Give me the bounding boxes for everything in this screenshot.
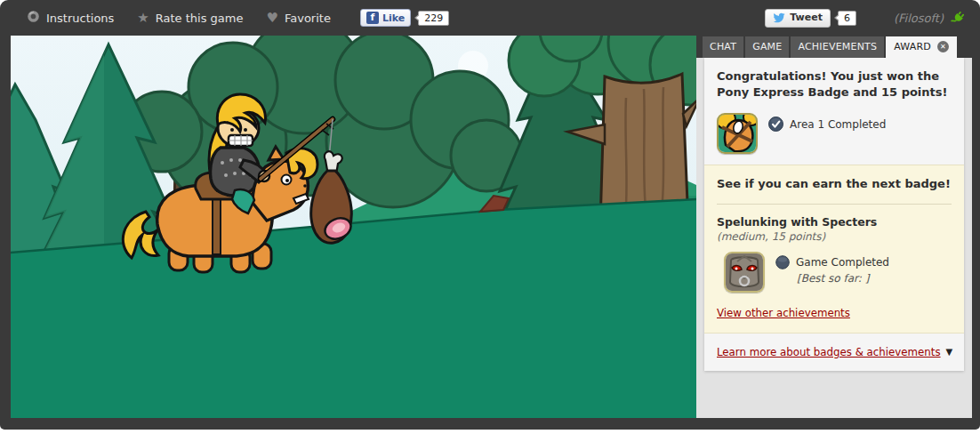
- close-icon[interactable]: ✕: [937, 41, 949, 52]
- star-icon: ★: [137, 12, 149, 25]
- instructions-button[interactable]: Instructions: [27, 10, 114, 26]
- next-badge-title: Spelunking with Specters: [717, 215, 952, 229]
- check-icon: [768, 117, 783, 132]
- next-badge-section: See if you can earn the next badge! Spel…: [704, 165, 964, 333]
- tweet-label: Tweet: [790, 12, 823, 23]
- topbar: Instructions ★ Rate this game ♥ Favorite…: [0, 0, 980, 36]
- specter-badge-icon: [724, 252, 765, 293]
- tab-achievements[interactable]: ACHIEVEMENTS: [791, 36, 884, 58]
- tweet-count: 6: [838, 11, 856, 26]
- rider-eye: [230, 128, 234, 132]
- learn-more-link[interactable]: Learn more about badges & achievements: [717, 346, 941, 358]
- tweet-group: Tweet 6: [765, 9, 856, 28]
- award-panel: Congratulations! You just won the Pony E…: [704, 58, 964, 371]
- tab-chat[interactable]: CHAT: [703, 36, 743, 58]
- next-badge-heading: See if you can earn the next badge!: [717, 176, 952, 192]
- game-page: Instructions ★ Rate this game ♥ Favorite…: [0, 0, 980, 434]
- learn-more-row: Learn more about badges & achievements ▼: [704, 334, 964, 371]
- earned-task-label: Area 1 Completed: [790, 118, 886, 131]
- next-badge-row: Game Completed [Best so far: ]: [717, 252, 952, 294]
- next-badge-meta: (medium, 15 points): [717, 230, 952, 243]
- game-scene: [11, 36, 696, 418]
- sidebar-tabs: CHAT GAME ACHIEVEMENTS AWARD ✕: [696, 36, 972, 58]
- favorite-label: Favorite: [285, 12, 331, 25]
- twitter-bird-icon: [773, 12, 785, 24]
- earned-badge-row: Area 1 Completed: [704, 106, 964, 165]
- pony-express-badge-icon: [717, 113, 758, 154]
- developer-name: (Filosoft): [894, 12, 944, 25]
- facebook-like-count: 229: [418, 11, 449, 26]
- tab-game[interactable]: GAME: [745, 36, 789, 58]
- facebook-like-label: Like: [382, 12, 405, 24]
- dropdown-arrow-icon[interactable]: ▼: [946, 347, 953, 357]
- api-plug-icon: [951, 11, 966, 26]
- tweet-button[interactable]: Tweet: [765, 9, 831, 28]
- rate-label: Rate this game: [156, 12, 244, 25]
- game-canvas[interactable]: [11, 36, 696, 418]
- view-other-achievements-link[interactable]: View other achievements: [717, 307, 850, 319]
- best-so-far: [Best so far: ]: [797, 272, 889, 285]
- tab-award-label: AWARD: [894, 41, 931, 52]
- congrats-heading: Congratulations! You just won the Pony E…: [704, 58, 964, 106]
- tab-award[interactable]: AWARD ✕: [886, 36, 957, 58]
- divider: [717, 204, 952, 205]
- earned-badge-task: Area 1 Completed: [768, 113, 886, 132]
- next-badge-task: Game Completed [Best so far: ]: [775, 252, 889, 285]
- rate-this-game-button[interactable]: ★ Rate this game: [137, 12, 243, 25]
- instructions-label: Instructions: [46, 12, 114, 25]
- saddle-strap: [213, 196, 221, 254]
- facebook-like-button[interactable]: f Like: [360, 9, 411, 27]
- next-task-label: Game Completed: [796, 256, 889, 269]
- facebook-like-group: f Like 229: [360, 9, 449, 27]
- unchecked-circle-icon: [775, 255, 790, 269]
- rider-grin: [229, 135, 253, 146]
- instructions-icon: [27, 10, 40, 26]
- rider-eye: [244, 128, 247, 132]
- favorite-button[interactable]: ♥ Favorite: [267, 12, 331, 25]
- sidebar: CHAT GAME ACHIEVEMENTS AWARD ✕ Congratul…: [696, 36, 972, 418]
- heart-icon: ♥: [267, 12, 278, 25]
- facebook-icon: f: [366, 12, 379, 24]
